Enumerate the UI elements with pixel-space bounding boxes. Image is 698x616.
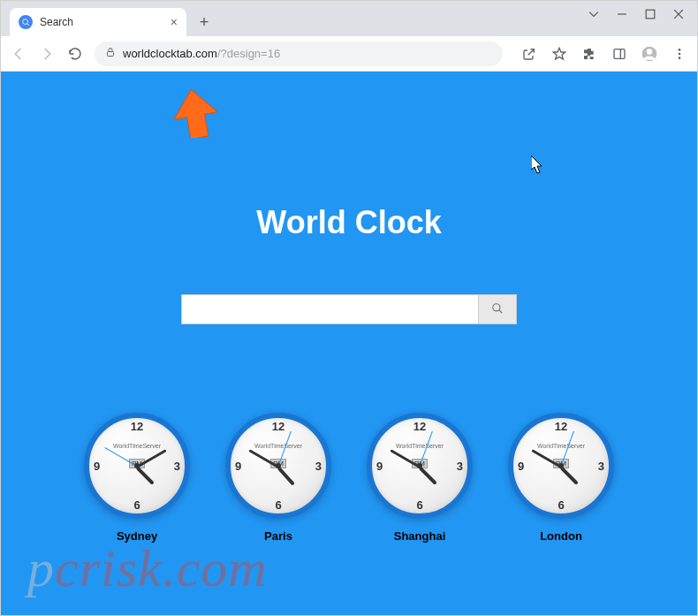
clock-brand: WorldTimeServer: [254, 443, 302, 449]
clock-number: 3: [315, 460, 322, 473]
clock-number: 6: [133, 498, 140, 512]
tab-close-icon[interactable]: ×: [171, 15, 178, 29]
clock-number: 12: [413, 420, 426, 433]
clock-city-label: London: [508, 529, 614, 543]
second-hand: [104, 447, 137, 467]
search-form: [181, 294, 517, 324]
url-text: worldclocktab.com/?design=16: [123, 47, 280, 60]
clock-number: 12: [131, 420, 143, 433]
svg-point-13: [679, 57, 681, 59]
browser-tab[interactable]: Search ×: [10, 8, 186, 36]
svg-point-12: [679, 52, 681, 55]
clock-face: 12369WorldTimeServerPM: [508, 413, 614, 519]
clock-item: 12369WorldTimeServerPMSydney: [84, 413, 190, 543]
clock-center: [276, 463, 281, 468]
reload-button[interactable]: [66, 45, 84, 63]
clock-number: 12: [272, 420, 285, 433]
hour-hand: [560, 467, 579, 485]
svg-point-0: [23, 19, 28, 25]
window-controls: [575, 1, 697, 27]
svg-rect-3: [646, 10, 655, 19]
search-icon: [491, 302, 504, 317]
extensions-icon[interactable]: [580, 45, 598, 63]
search-button[interactable]: [478, 294, 517, 324]
clock-brand: WorldTimeServer: [396, 443, 444, 449]
toolbar-right: [520, 45, 688, 63]
clock-face: 12369WorldTimeServerPM: [225, 413, 331, 519]
clocks-row: 12369WorldTimeServerPMSydney12369WorldTi…: [1, 413, 697, 543]
svg-point-14: [493, 303, 500, 310]
page-viewport[interactable]: World Clock 12369WorldTimeServerPMSydney…: [1, 72, 697, 616]
clock-center: [558, 463, 564, 468]
clock-city-label: Paris: [225, 529, 331, 543]
clock-item: 12369WorldTimeServerPMLondon: [508, 413, 614, 543]
new-tab-button[interactable]: +: [192, 10, 216, 34]
svg-rect-7: [614, 49, 625, 58]
page-body: World Clock 12369WorldTimeServerPMSydney…: [1, 72, 697, 616]
forward-button[interactable]: [38, 45, 56, 63]
hour-hand: [277, 467, 295, 486]
hour-hand: [136, 467, 155, 485]
clock-number: 3: [457, 460, 463, 473]
hour-hand: [419, 467, 437, 485]
clock-number: 6: [558, 498, 564, 512]
clock-number: 12: [555, 420, 567, 433]
clock-city-label: Shanghai: [367, 529, 473, 543]
clock-center: [417, 463, 422, 468]
clock-number: 6: [416, 498, 422, 512]
svg-line-1: [27, 24, 30, 27]
clock-brand: WorldTimeServer: [537, 443, 585, 449]
maximize-button[interactable]: [644, 8, 656, 20]
menu-icon[interactable]: [671, 45, 688, 63]
footer-links: About Privacy FAQ TOS: [1, 596, 697, 616]
clock-center: [134, 463, 140, 468]
clock-number: 9: [94, 460, 100, 473]
clock-face: 12369WorldTimeServerPM: [84, 413, 190, 519]
clock-number: 9: [376, 460, 383, 473]
close-button[interactable]: [672, 8, 685, 20]
side-panel-icon[interactable]: [611, 45, 628, 63]
clock-brand: WorldTimeServer: [113, 443, 161, 449]
back-button[interactable]: [10, 45, 27, 63]
svg-point-10: [647, 49, 653, 55]
tab-title: Search: [40, 16, 73, 28]
address-bar: worldclocktab.com/?design=16: [1, 36, 697, 72]
url-input[interactable]: worldclocktab.com/?design=16: [95, 42, 503, 66]
clock-city-label: Sydney: [84, 529, 190, 543]
svg-rect-6: [108, 52, 114, 57]
clock-number: 9: [235, 460, 241, 473]
star-icon[interactable]: [550, 45, 568, 63]
clock-number: 3: [174, 460, 180, 473]
svg-point-11: [679, 49, 681, 51]
tab-favicon: [19, 15, 33, 29]
svg-line-15: [499, 309, 503, 313]
clock-face: 12369WorldTimeServerPM: [367, 413, 473, 519]
clock-item: 12369WorldTimeServerPMParis: [225, 413, 331, 543]
search-input[interactable]: [181, 294, 478, 324]
minimize-button[interactable]: [616, 8, 628, 20]
page-title: World Clock: [1, 204, 697, 241]
profile-icon[interactable]: [641, 45, 658, 63]
lock-icon: [105, 47, 116, 60]
clock-number: 6: [275, 498, 281, 512]
clock-item: 12369WorldTimeServerPMShanghai: [367, 413, 473, 543]
clock-number: 9: [518, 460, 524, 473]
chevron-down-icon[interactable]: [588, 8, 600, 20]
clock-number: 3: [598, 460, 604, 473]
share-icon[interactable]: [520, 45, 538, 63]
